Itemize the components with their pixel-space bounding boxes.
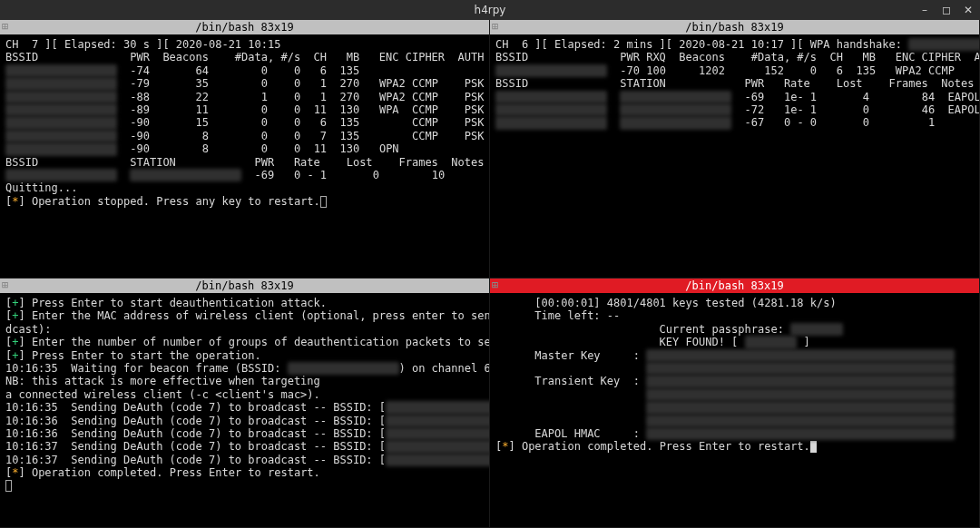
- terminal-row: XXXXXXXXXXXXXXXXX -70 100 1202 152 0 6 1…: [495, 64, 974, 77]
- terminal-row: Quitting...: [5, 181, 484, 194]
- terminal-row: XXXXXXXXXXXXXXXXX -74 64 0 0 6 135 XXXXX: [5, 64, 484, 77]
- cursor-icon: [810, 441, 817, 453]
- window-maximize-icon[interactable]: ◻: [940, 4, 953, 16]
- pane-titlebar[interactable]: ⊞/bin/bash 83x19: [0, 279, 489, 293]
- terminal-row: BSSID PWR RXQ Beacons #Data, #/s CH MB E…: [495, 51, 974, 64]
- plus-mark: +: [12, 336, 18, 348]
- terminal-pane: ⊞/bin/bash 83x19CH 6 ][ Elapsed: 2 mins …: [490, 20, 980, 279]
- pane-title-label: /bin/bash 83x19: [685, 21, 783, 34]
- cursor-icon: [5, 480, 12, 492]
- terminal-row: XXXXXXXXXXXXXXXXX XXXXXXXXXXXXXXXXX -72 …: [495, 103, 974, 116]
- terminal-row: Current passphrase: XXXXXXXX: [495, 323, 974, 336]
- terminal-row: XXXXXXXXXXXXXXXXX -90 8 0 0 11 130 OPN: [5, 142, 484, 155]
- pane-split-icon[interactable]: ⊞: [2, 279, 8, 291]
- terminal-row: CH 7 ][ Elapsed: 30 s ][ 2020-08-21 10:1…: [5, 38, 484, 51]
- pane-titlebar[interactable]: ⊞/bin/bash 83x19: [0, 20, 489, 34]
- terminal-row: NB: this attack is more effective when t…: [5, 375, 484, 387]
- pane-title-label: /bin/bash 83x19: [195, 21, 293, 34]
- terminal-row: Transient Key : XXXXXXXXXXXXXXXXXXXXXXXX…: [495, 375, 974, 387]
- terminal-row: [*] Operation stopped. Press any key to …: [5, 195, 484, 208]
- terminal-body[interactable]: CH 7 ][ Elapsed: 30 s ][ 2020-08-21 10:1…: [0, 34, 489, 213]
- terminal-row: XXXXXXXXXXXXXXXXX -79 35 0 0 1 270 WPA2 …: [5, 77, 484, 90]
- window-title: h4rpy: [475, 4, 506, 16]
- terminal-pane: ⊞/bin/bash 83x19[+] Press Enter to start…: [0, 279, 490, 528]
- terminal-row: 10:16:35 Waiting for beacon frame (BSSID…: [5, 362, 484, 375]
- window-titlebar: h4rpy – ◻ ✕: [0, 0, 980, 20]
- window-close-icon[interactable]: ✕: [962, 4, 975, 16]
- terminal-row: 10:16:36 Sending DeAuth (code 7) to broa…: [5, 427, 484, 440]
- pane-split-icon[interactable]: ⊞: [492, 279, 498, 291]
- terminal-row: BSSID STATION PWR Rate Lost Frames Notes…: [495, 77, 974, 90]
- terminal-row: XXXXXXXXXXXXXXXXX XXXXXXXXXXXXXXXXX -69 …: [5, 169, 484, 181]
- plus-mark: +: [12, 349, 18, 362]
- pane-titlebar[interactable]: ⊞/bin/bash 83x19: [490, 20, 979, 34]
- terminal-row: a connected wireless client (-c <client'…: [5, 388, 484, 401]
- terminal-row: XXXXXXXXXXXXXXXXXXXXXXXXXXXXXXXXXXXXXXXX…: [495, 362, 974, 375]
- pane-split-icon[interactable]: ⊞: [2, 20, 8, 33]
- terminal-row: Time left: --: [495, 309, 974, 322]
- terminal-row: CH 6 ][ Elapsed: 2 mins ][ 2020-08-21 10…: [495, 38, 974, 51]
- cursor-icon: [320, 196, 327, 208]
- terminal-row: XXXXXXXXXXXXXXXXX -90 15 0 0 6 135 CCMP …: [5, 116, 484, 129]
- terminal-row: 10:16:37 Sending DeAuth (code 7) to broa…: [5, 454, 484, 466]
- terminal-row: XXXXXXXXXXXXXXXXX -88 22 1 0 1 270 WPA2 …: [5, 91, 484, 103]
- terminal-row: 10:16:35 Sending DeAuth (code 7) to broa…: [5, 401, 484, 414]
- terminal-body[interactable]: CH 6 ][ Elapsed: 2 mins ][ 2020-08-21 10…: [490, 34, 979, 135]
- pane-title-label: /bin/bash 83x19: [685, 279, 783, 292]
- plus-mark: +: [12, 297, 18, 309]
- terminal-row: KEY FOUND! [ XXXXXXXX ]: [495, 336, 974, 348]
- plus-mark: +: [12, 309, 18, 322]
- asterisk: *: [12, 466, 18, 479]
- terminal-row: XXXXXXXXXXXXXXXXXXXXXXXXXXXXXXXXXXXXXXXX…: [495, 401, 974, 414]
- terminal-row: Master Key : XXXXXXXXXXXXXXXXXXXXXXXXXXX…: [495, 349, 974, 362]
- terminal-row: EAPOL HMAC : XXXXXXXXXXXXXXXXXXXXXXXXXXX…: [495, 427, 974, 440]
- terminal-row: 10:16:36 Sending DeAuth (code 7) to broa…: [5, 415, 484, 427]
- terminal-row: [+] Press Enter to start the operation.: [5, 349, 484, 362]
- terminal-pane: ⊞/bin/bash 83x19CH 7 ][ Elapsed: 30 s ][…: [0, 20, 490, 279]
- asterisk: *: [12, 195, 18, 208]
- terminal-row: XXXXXXXXXXXXXXXXX -90 8 0 0 7 135 CCMP P…: [5, 130, 484, 142]
- terminal-row: XXXXXXXXXXXXXXXXX XXXXXXXXXXXXXXXXX -67 …: [495, 116, 974, 129]
- pane-titlebar[interactable]: ⊞/bin/bash 83x19: [490, 279, 979, 293]
- terminal-pane: ⊞/bin/bash 83x19 [00:00:01] 4801/4801 ke…: [490, 279, 980, 528]
- terminal-row: BSSID STATION PWR Rate Lost Frames Notes…: [5, 156, 484, 169]
- terminal-row: BSSID PWR Beacons #Data, #/s CH MB ENC C…: [5, 51, 484, 64]
- asterisk: *: [502, 440, 508, 453]
- terminal-row: XXXXXXXXXXXXXXXXXXXXXXXXXXXXXXXXXXXXXXXX…: [495, 388, 974, 401]
- pane-title-label: /bin/bash 83x19: [195, 279, 293, 292]
- terminal-row: [5, 479, 484, 492]
- terminal-row: [*] Operation completed. Press Enter to …: [495, 440, 974, 453]
- terminal-body[interactable]: [00:00:01] 4801/4801 keys tested (4281.1…: [490, 293, 979, 459]
- pane-split-icon[interactable]: ⊞: [492, 20, 498, 33]
- terminal-row: dcast):: [5, 323, 484, 336]
- terminal-row: [*] Operation completed. Press Enter to …: [5, 466, 484, 479]
- terminal-body[interactable]: [+] Press Enter to start deauthenticatio…: [0, 293, 489, 498]
- terminal-row: XXXXXXXXXXXXXXXXX XXXXXXXXXXXXXXXXX -69 …: [495, 91, 974, 103]
- terminal-row: [00:00:01] 4801/4801 keys tested (4281.1…: [495, 297, 974, 309]
- terminal-row: XXXXXXXXXXXXXXXXXXXXXXXXXXXXXXXXXXXXXXXX…: [495, 415, 974, 427]
- terminal-row: [+] Enter the number of number of groups…: [5, 336, 484, 348]
- terminal-row: [+] Press Enter to start deauthenticatio…: [5, 297, 484, 309]
- terminal-row: [+] Enter the MAC address of wireless cl…: [5, 309, 484, 322]
- terminal-row: XXXXXXXXXXXXXXXXX -89 11 0 0 11 130 WPA …: [5, 103, 484, 116]
- window-minimize-icon[interactable]: –: [918, 4, 931, 16]
- terminal-row: 10:16:37 Sending DeAuth (code 7) to broa…: [5, 440, 484, 453]
